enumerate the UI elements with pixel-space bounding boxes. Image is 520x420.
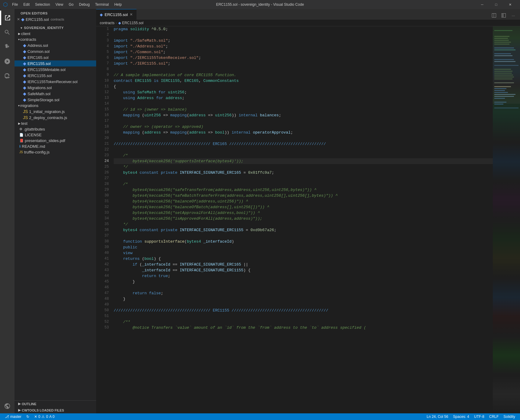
code-editor[interactable]: 1 2 3 4 5 6 7 8 9 10 11 12 13 14 15 16 1… (96, 26, 520, 413)
menu-go[interactable]: Go (66, 2, 76, 7)
git-icon: ⚙ (19, 127, 22, 131)
sol-ierc1155-icon: ◆ (23, 73, 26, 78)
sol-migrations-icon: ◆ (23, 85, 26, 90)
svg-rect-29 (494, 108, 518, 108)
menu-debug[interactable]: Debug (76, 2, 92, 7)
code-line-14 (114, 101, 493, 107)
sidebar-item-erc1155-label: ERC1155.sol (28, 61, 51, 66)
error-count: 0 (38, 415, 41, 419)
cwtools-label: CWTOOLS LOADED FILES (22, 409, 64, 412)
code-line-37 (114, 233, 493, 239)
sidebar-item-readme-label: README.md (22, 144, 45, 149)
sidebar-item-license-label: LICENSE (25, 133, 42, 137)
sync-icon: ↻ (26, 415, 29, 419)
code-line-31: bytes4(keccak256("balanceOf(address,uint… (114, 199, 493, 204)
sidebar-item-1initial[interactable]: JS 1_initial_migration.js (15, 108, 96, 115)
sidebar-item-erc1155[interactable]: ◆ ERC1155.sol (15, 60, 96, 66)
tab-erc1155[interactable]: ◆ ERC1155.sol ✕ (96, 9, 137, 20)
code-line-49 (114, 302, 493, 308)
errors-status[interactable]: ✕ 0 ⚠ 0 A 0 (32, 413, 57, 420)
menu-help[interactable]: Help (112, 2, 124, 7)
sidebar-item-contracts[interactable]: ▾ contracts (15, 37, 96, 42)
folder-contracts-arrow-icon: ▾ (18, 38, 20, 41)
error-icon: ✕ (34, 415, 37, 419)
open-editor-erc1155[interactable]: ✕ ◆ ERC1155.sol contracts (15, 16, 96, 22)
code-line-16: mapping (uint256 => mapping(address => u… (114, 112, 493, 118)
code-line-35: */ (114, 221, 493, 227)
run-activity-icon[interactable] (0, 54, 15, 69)
extensions-activity-icon[interactable] (0, 69, 15, 83)
source-control-activity-icon[interactable] (0, 40, 15, 54)
close-file-icon[interactable]: ✕ (17, 17, 20, 21)
more-actions-button[interactable]: ··· (509, 11, 518, 20)
sidebar-item-ierc1155[interactable]: ◆ IERC1155.sol (15, 73, 96, 79)
minimize-button[interactable]: ─ (475, 0, 489, 9)
sol-file-icon: ◆ (21, 17, 24, 22)
sidebar-item-truffle[interactable]: JS truffle-config.js (15, 149, 96, 155)
sidebar-item-simplestorage[interactable]: ◆ SimpleStorage.sol (15, 97, 96, 103)
code-line-40: view (114, 250, 493, 256)
sidebar-item-simplestorage-label: SimpleStorage.sol (28, 98, 60, 102)
warning-icon: ⚠ (41, 415, 45, 419)
code-line-1: pragma solidity ^0.5.0; (114, 26, 493, 32)
code-content[interactable]: pragma solidity ^0.5.0; import "./SafeMa… (111, 26, 493, 413)
menu-view[interactable]: View (53, 2, 66, 7)
sidebar-item-readme[interactable]: ℹ README.md (15, 144, 96, 149)
toggle-sidebar-button[interactable] (499, 11, 508, 20)
sidebar-item-client[interactable]: ▶ client (15, 31, 96, 37)
sidebar-item-ierc1155tokenreceiver[interactable]: ◆ IERC1155TokenReceiver.sol (15, 79, 96, 85)
menu-edit[interactable]: Edit (21, 2, 32, 7)
sidebar-item-erc165-label: ERC165.sol (28, 55, 48, 60)
code-line-30: bytes4(keccak256("safeBatchTransferFrom(… (114, 193, 493, 199)
sidebar-item-license[interactable]: 📄 LICENSE (15, 132, 96, 138)
line-ending-status[interactable]: CRLF (487, 413, 501, 420)
line-col-status[interactable]: Ln 24, Col 56 (424, 413, 450, 420)
line-col-label: Ln 24, Col 56 (427, 415, 448, 419)
search-activity-icon[interactable] (0, 25, 15, 40)
menu-terminal[interactable]: Terminal (93, 2, 111, 7)
code-line-26: bytes4 constant private INTERFACE_SIGNAT… (114, 170, 493, 176)
spaces-label: Spaces: 4 (453, 415, 469, 419)
app-icon: ⬡ (3, 1, 8, 8)
spaces-status[interactable]: Spaces: 4 (451, 413, 472, 420)
breadcrumb-file-icon: ◆ (118, 21, 121, 25)
git-branch-status[interactable]: ⎇ master (2, 413, 24, 420)
menu-selection[interactable]: Selection (33, 2, 52, 7)
git-branch-name: master (10, 415, 21, 419)
folder-test-label: test (21, 121, 28, 126)
menu-file[interactable]: File (10, 2, 20, 7)
code-line-18: // owner => (operator => approved) (114, 124, 493, 130)
sidebar-item-migrations[interactable]: ◆ Migrations.sol (15, 85, 96, 91)
breadcrumb-filename[interactable]: ERC1155.sol (122, 21, 144, 25)
split-editor-button[interactable] (490, 11, 498, 20)
code-line-2 (114, 32, 493, 38)
explorer-activity-icon[interactable] (0, 11, 15, 25)
sidebar-item-erc1155mintable[interactable]: ◆ ERC1155Mintable.sol (15, 66, 96, 73)
sidebar-item-common[interactable]: ◆ Common.sol (15, 48, 96, 54)
sol-erc1155-icon: ◆ (23, 61, 26, 66)
sidebar-item-2deploy[interactable]: JS 2_deploy_contracts.js (15, 115, 96, 121)
code-line-28: /* (114, 181, 493, 187)
folder-test-arrow-icon: ▶ (18, 122, 21, 125)
sidebar-item-pdf[interactable]: 📕 presentation_slides.pdf (15, 138, 96, 144)
sync-status[interactable]: ↻ (24, 413, 32, 420)
sidebar-item-address[interactable]: ◆ Address.sol (15, 42, 96, 48)
breadcrumb-contracts[interactable]: contracts (100, 21, 115, 25)
sidebar-item-test[interactable]: ▶ test (15, 121, 96, 126)
sidebar-item-gitattributes[interactable]: ⚙ .gitattributes (15, 126, 96, 132)
code-line-46 (114, 285, 493, 290)
encoding-status[interactable]: UTF-8 (472, 413, 487, 420)
remote-activity-icon[interactable] (0, 399, 15, 413)
code-line-38: function supportsInterface(bytes4 _inter… (114, 239, 493, 244)
maximize-button[interactable]: □ (489, 0, 503, 9)
code-line-8 (114, 66, 493, 72)
cwtools-section[interactable]: ▶ CWTOOLS LOADED FILES (15, 407, 96, 413)
sidebar-item-migrations-folder[interactable]: ▾ migrations (15, 103, 96, 108)
svg-rect-30 (493, 26, 520, 104)
tab-close-icon[interactable]: ✕ (130, 12, 133, 17)
outline-section[interactable]: ▶ OUTLINE (15, 401, 96, 407)
sidebar-item-erc165[interactable]: ◆ ERC165.sol (15, 54, 96, 60)
sidebar-item-safemath[interactable]: ◆ SafeMath.sol (15, 91, 96, 97)
close-button[interactable]: ✕ (503, 0, 517, 9)
language-status[interactable]: Solidity (501, 413, 518, 420)
